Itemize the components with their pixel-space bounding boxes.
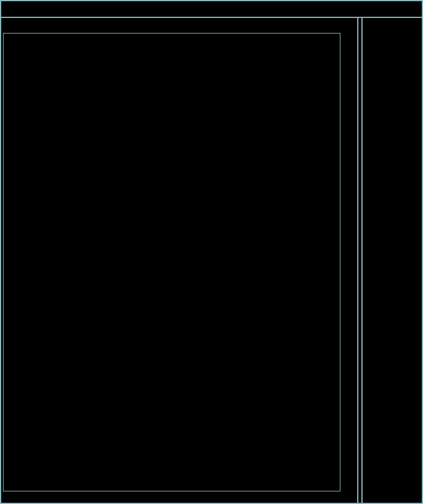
right-axis-line (357, 18, 358, 503)
legend-panel-border (361, 18, 363, 503)
titlebar-separator (1, 17, 422, 18)
map-frame (3, 33, 340, 491)
window-title (1, 1, 422, 17)
